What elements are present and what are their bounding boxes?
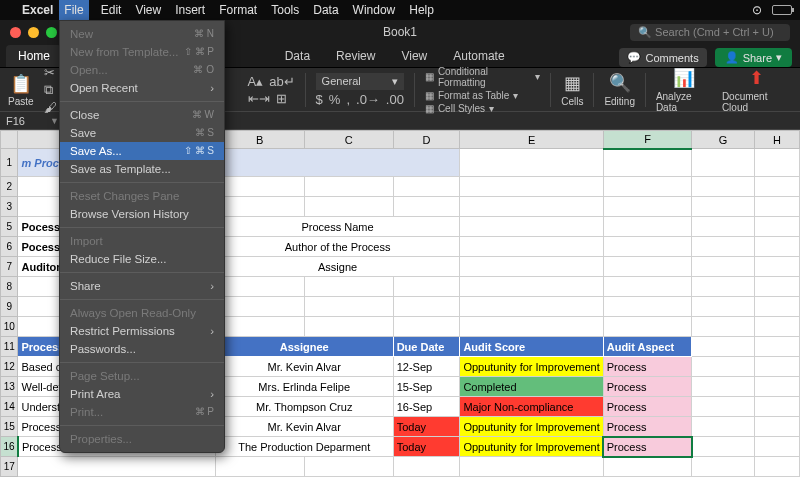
cell[interactable]	[460, 297, 603, 317]
currency-icon[interactable]: $	[316, 92, 323, 107]
cell[interactable]	[304, 457, 393, 477]
merge-icon[interactable]: ⊞	[276, 91, 287, 106]
format-as-table-button[interactable]: ▦ Format as Table ▾	[425, 90, 540, 101]
menu-item-save-as-template-[interactable]: Save as Template...	[60, 160, 224, 178]
row-header-3[interactable]: 3	[1, 197, 18, 217]
menu-item-save-as-[interactable]: Save As...⇧ ⌘ S	[60, 142, 224, 160]
cell[interactable]	[603, 317, 692, 337]
decimal-dec-icon[interactable]: .00	[386, 92, 404, 107]
font-size-up-icon[interactable]: A▴	[248, 74, 264, 89]
menu-item-save[interactable]: Save⌘ S	[60, 124, 224, 142]
maximize-window-icon[interactable]	[46, 27, 57, 38]
name-box[interactable]: F16	[0, 115, 44, 127]
cell[interactable]: Process	[603, 437, 692, 457]
cell[interactable]	[460, 217, 603, 237]
comma-icon[interactable]: ,	[346, 92, 350, 107]
menu-window[interactable]: Window	[353, 3, 396, 17]
cell[interactable]	[692, 217, 754, 237]
menu-tools[interactable]: Tools	[271, 3, 299, 17]
cell[interactable]	[754, 277, 799, 297]
copy-icon[interactable]: ⧉	[44, 82, 57, 98]
cell[interactable]	[215, 277, 304, 297]
cell[interactable]: Process Name	[215, 217, 460, 237]
row-header-10[interactable]: 10	[1, 317, 18, 337]
number-format-select[interactable]: General▾	[316, 73, 404, 90]
cell[interactable]	[754, 377, 799, 397]
cell[interactable]: 15-Sep	[393, 377, 460, 397]
cell[interactable]	[603, 457, 692, 477]
column-header-F[interactable]: F	[603, 131, 692, 149]
conditional-formatting-button[interactable]: ▦ Conditional Formatting ▾	[425, 66, 540, 88]
cell[interactable]: Major Non-compliance	[460, 397, 603, 417]
menu-item-print-area[interactable]: Print Area	[60, 385, 224, 403]
tab-review[interactable]: Review	[324, 45, 387, 67]
cell[interactable]	[393, 277, 460, 297]
cell[interactable]	[692, 197, 754, 217]
tab-view[interactable]: View	[389, 45, 439, 67]
menu-help[interactable]: Help	[409, 3, 434, 17]
cell[interactable]: Opputunity for Improvement	[460, 417, 603, 437]
cell[interactable]: Mrs. Erlinda Felipe	[215, 377, 393, 397]
analyze-data-button[interactable]: 📊Analyze Data	[656, 67, 712, 113]
cell[interactable]	[754, 417, 799, 437]
cell[interactable]	[692, 277, 754, 297]
row-header-11[interactable]: 11	[1, 337, 18, 357]
cell[interactable]: 16-Sep	[393, 397, 460, 417]
column-header-H[interactable]: H	[754, 131, 799, 149]
cell[interactable]: 12-Sep	[393, 357, 460, 377]
editing-group[interactable]: 🔍Editing	[604, 72, 635, 107]
row-header-7[interactable]: 7	[1, 257, 18, 277]
cell[interactable]: Mr. Kevin Alvar	[215, 417, 393, 437]
row-header-9[interactable]: 9	[1, 297, 18, 317]
cell[interactable]	[754, 257, 799, 277]
cell[interactable]	[215, 297, 304, 317]
cell[interactable]	[754, 217, 799, 237]
cell[interactable]: Due Date	[393, 337, 460, 357]
menu-data[interactable]: Data	[313, 3, 338, 17]
cell[interactable]	[603, 217, 692, 237]
cell[interactable]	[603, 149, 692, 177]
cell[interactable]: Opputunity for Improvement	[460, 437, 603, 457]
cell[interactable]	[603, 237, 692, 257]
cell[interactable]	[692, 437, 754, 457]
menu-insert[interactable]: Insert	[175, 3, 205, 17]
row-header-8[interactable]: 8	[1, 277, 18, 297]
cell[interactable]	[692, 457, 754, 477]
cell[interactable]	[754, 397, 799, 417]
app-name[interactable]: Excel	[22, 3, 53, 17]
cell[interactable]	[754, 337, 799, 357]
cell[interactable]	[215, 457, 304, 477]
cell[interactable]	[754, 197, 799, 217]
menu-item-reduce-file-size-[interactable]: Reduce File Size...	[60, 250, 224, 268]
menu-item-open-recent[interactable]: Open Recent	[60, 79, 224, 97]
row-header-1[interactable]: 1	[1, 149, 18, 177]
cell[interactable]	[692, 317, 754, 337]
paste-icon[interactable]: 📋	[10, 73, 32, 95]
cell[interactable]	[215, 177, 304, 197]
cell[interactable]	[692, 149, 754, 177]
cell[interactable]	[754, 149, 799, 177]
cell[interactable]: Mr. Kevin Alvar	[215, 357, 393, 377]
decimal-inc-icon[interactable]: .0→	[356, 92, 380, 107]
cell[interactable]: Today	[393, 417, 460, 437]
column-header-B[interactable]: B	[215, 131, 304, 149]
cell[interactable]	[692, 377, 754, 397]
cell[interactable]	[754, 297, 799, 317]
tab-automate[interactable]: Automate	[441, 45, 516, 67]
cell[interactable]	[460, 237, 603, 257]
tab-data[interactable]: Data	[273, 45, 322, 67]
row-header-2[interactable]: 2	[1, 177, 18, 197]
cell[interactable]: Mr. Thompson Cruz	[215, 397, 393, 417]
menu-format[interactable]: Format	[219, 3, 257, 17]
comments-button[interactable]: 💬 Comments	[619, 48, 706, 67]
row-header-14[interactable]: 14	[1, 397, 18, 417]
cell[interactable]: Opputunity for Improvement	[460, 357, 603, 377]
cell[interactable]	[754, 437, 799, 457]
row-header-12[interactable]: 12	[1, 357, 18, 377]
cell[interactable]: Audit Aspect	[603, 337, 692, 357]
cell[interactable]	[603, 277, 692, 297]
cell[interactable]	[393, 297, 460, 317]
battery-icon[interactable]	[772, 5, 792, 15]
indent-icon[interactable]: ⇤⇥	[248, 91, 270, 106]
cell[interactable]	[215, 317, 304, 337]
